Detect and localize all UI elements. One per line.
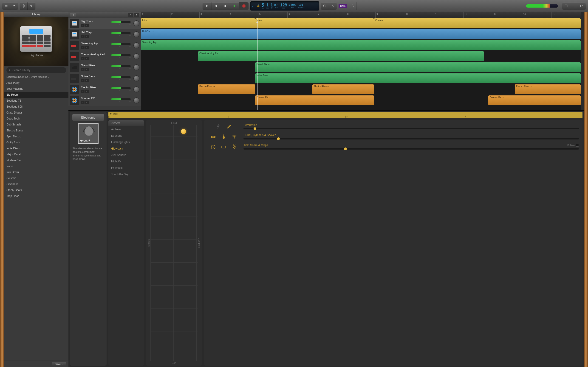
track-header[interactable]: Noise Bass LR xyxy=(69,73,141,84)
library-breadcrumb[interactable]: Electronic Drum Kit ▸ Drum Machine ▸ xyxy=(4,74,69,80)
track-volume-slider[interactable] xyxy=(111,65,131,67)
track-header[interactable]: Electro Riser LR xyxy=(69,84,141,95)
preset-item[interactable]: Touch the Sky xyxy=(108,171,144,177)
solo-button[interactable] xyxy=(85,79,89,82)
region[interactable]: Boomer FX⟳ xyxy=(255,95,374,105)
library-item[interactable]: Epic Electro xyxy=(4,133,69,140)
snare-icon[interactable] xyxy=(220,143,227,150)
loop-browser-button[interactable] xyxy=(570,2,578,10)
library-item[interactable]: Crate Digger xyxy=(4,110,69,116)
region[interactable]: Sweeping Arp xyxy=(141,40,581,50)
kick-icon[interactable] xyxy=(210,143,216,150)
quick-help-button[interactable] xyxy=(20,2,27,10)
solo-button[interactable] xyxy=(85,101,89,104)
library-item[interactable]: Seismic xyxy=(4,175,69,181)
regions-area[interactable]: IntroVerseChorusHat Clap⟳Sweeping ArpCla… xyxy=(141,18,581,110)
library-item[interactable]: Big Room xyxy=(4,92,69,98)
bolt-icon[interactable] xyxy=(215,123,222,130)
region[interactable]: Hat Clap⟳ xyxy=(141,29,581,39)
track-pan-knob[interactable] xyxy=(133,65,139,70)
region[interactable]: Verse xyxy=(255,18,374,28)
playhead[interactable] xyxy=(257,18,258,110)
timeline-ruler[interactable]: 123456789101112131415 xyxy=(141,12,581,18)
editor-ruler[interactable]: Intro 1234 xyxy=(108,112,582,118)
preset-item[interactable]: Prismatic xyxy=(108,165,144,171)
track-volume-slider[interactable] xyxy=(111,43,131,45)
library-item[interactable]: Boutique 808 xyxy=(4,104,69,110)
metronome-button[interactable] xyxy=(349,2,356,10)
track-filter-button[interactable] xyxy=(134,13,139,17)
shaker-icon[interactable] xyxy=(220,133,227,140)
master-volume-meter[interactable] xyxy=(526,4,558,8)
preset-item[interactable]: Nightlife xyxy=(108,158,144,165)
library-item[interactable]: Steely Beats xyxy=(4,187,69,193)
track-volume-slider[interactable] xyxy=(111,87,131,89)
cymbal-icon[interactable] xyxy=(231,133,238,140)
library-item[interactable]: Dub Smash xyxy=(4,122,69,127)
mute-button[interactable] xyxy=(81,24,85,27)
track-pan-knob[interactable] xyxy=(133,86,139,92)
lcd-display[interactable]: ♪ 🔒 5bar 1beat 1div 001tick 128bpm A maj… xyxy=(250,1,319,10)
track-pan-knob[interactable] xyxy=(133,53,139,59)
solo-button[interactable] xyxy=(85,35,89,38)
xy-puck[interactable] xyxy=(181,129,186,134)
track-volume-slider[interactable] xyxy=(111,98,131,100)
cycle-button[interactable] xyxy=(321,2,329,10)
notepad-button[interactable] xyxy=(562,2,570,10)
play-button[interactable] xyxy=(230,2,239,10)
track-pan-knob[interactable] xyxy=(133,42,139,48)
xy-pad[interactable]: Loud Soft Simple Complex xyxy=(146,120,202,366)
library-item[interactable]: Major Crush xyxy=(4,151,69,157)
track-header[interactable]: Grand Piano LR xyxy=(69,62,141,73)
region[interactable]: Electro Riser⟳ xyxy=(312,84,374,94)
count-in-display[interactable]: 1234 xyxy=(338,4,347,8)
track-volume-slider[interactable] xyxy=(111,76,131,78)
drum-complexity-slider[interactable] xyxy=(243,138,579,140)
solo-button[interactable] xyxy=(85,68,89,71)
region[interactable]: Classic Analog Pad xyxy=(198,51,484,61)
track-pan-knob[interactable] xyxy=(133,98,139,103)
track-header[interactable]: Big Room LR xyxy=(69,18,141,29)
save-button[interactable]: Save… xyxy=(52,362,66,366)
track-pan-knob[interactable] xyxy=(133,20,139,26)
timeline-scrollbar[interactable] xyxy=(581,12,584,110)
media-browser-button[interactable] xyxy=(578,2,586,10)
track-volume-slider[interactable] xyxy=(111,54,131,56)
library-item[interactable]: Trap Door xyxy=(4,193,69,199)
library-item[interactable]: Gritty Funk xyxy=(4,140,69,145)
solo-button[interactable] xyxy=(85,57,89,60)
region[interactable]: Boomer FX⟳ xyxy=(488,95,581,105)
library-item[interactable]: After Party xyxy=(4,80,69,86)
library-item[interactable]: Pile Driver xyxy=(4,169,69,175)
library-item[interactable]: Beat Machine xyxy=(4,86,69,92)
record-button[interactable] xyxy=(239,2,249,10)
mute-button[interactable] xyxy=(81,79,85,82)
library-item[interactable]: Modern Club xyxy=(4,157,69,163)
region[interactable]: Noise Bass xyxy=(255,73,581,83)
clap-icon[interactable] xyxy=(231,143,238,150)
track-header[interactable]: Hat Clap LR xyxy=(69,29,141,40)
track-pan-knob[interactable] xyxy=(133,75,139,81)
solo-button[interactable] xyxy=(85,24,89,27)
preset-item[interactable]: Flashing Lights xyxy=(108,139,144,145)
mute-button[interactable] xyxy=(81,35,85,38)
preset-item[interactable]: Anthem xyxy=(108,126,144,133)
drum-complexity-slider[interactable] xyxy=(243,128,579,129)
editor-tab[interactable]: Electronic xyxy=(72,114,104,121)
tambourine-icon[interactable] xyxy=(210,133,216,140)
library-item[interactable]: Deep Tech xyxy=(4,116,69,122)
library-item[interactable]: Neon xyxy=(4,163,69,169)
drummer-avatar[interactable]: MAGNUS xyxy=(78,123,99,144)
forward-button[interactable] xyxy=(212,2,221,10)
follow-toggle[interactable]: Follow xyxy=(567,144,579,147)
library-item[interactable]: Boutique 78 xyxy=(4,98,69,104)
solo-button[interactable] xyxy=(85,46,89,49)
region[interactable]: Electro Riser⟳ xyxy=(515,84,581,94)
preset-item[interactable]: Glowstick xyxy=(108,145,144,152)
preset-item[interactable]: Just Shufflin xyxy=(108,152,144,158)
mute-button[interactable] xyxy=(81,57,85,60)
library-item[interactable]: Silverlake xyxy=(4,181,69,187)
library-search[interactable]: Search Library xyxy=(6,67,66,73)
preset-item[interactable]: Euphoria xyxy=(108,133,144,139)
track-volume-slider[interactable] xyxy=(111,32,131,34)
